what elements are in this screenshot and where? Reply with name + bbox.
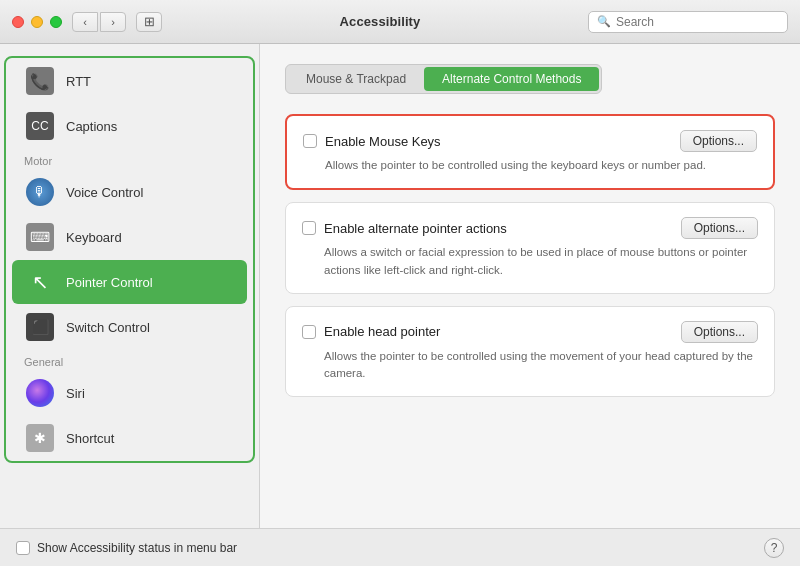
switch-control-icon: ⬛: [24, 311, 56, 343]
head-pointer-checkbox[interactable]: [302, 325, 316, 339]
sidebar-item-shortcut[interactable]: ✱ Shortcut: [12, 416, 247, 460]
titlebar: ‹ › ⊞ Accessibility 🔍: [0, 0, 800, 44]
pointer-control-icon: ↖: [24, 266, 56, 298]
search-input[interactable]: [616, 15, 779, 29]
sidebar-item-label: Siri: [66, 386, 85, 401]
minimize-button[interactable]: [31, 16, 43, 28]
mouse-keys-title: Enable Mouse Keys: [325, 134, 441, 149]
bottom-bar: Show Accessibility status in menu bar ?: [0, 528, 800, 566]
tab-alternate-control[interactable]: Alternate Control Methods: [424, 67, 599, 91]
accessibility-status-label: Show Accessibility status in menu bar: [37, 541, 237, 555]
keyboard-icon: ⌨: [24, 221, 56, 253]
shortcut-icon: ✱: [24, 422, 56, 454]
sidebar-border: 📞 RTT CC Captions Motor 🎙 Voice Control: [4, 56, 255, 463]
head-pointer-desc: Allows the pointer to be controlled usin…: [324, 348, 758, 383]
tab-mouse-trackpad[interactable]: Mouse & Trackpad: [288, 67, 424, 91]
section-label-general: General: [6, 350, 253, 370]
option-row-top: Enable Mouse Keys Options...: [303, 130, 757, 152]
search-icon: 🔍: [597, 15, 611, 28]
sidebar-item-label: Captions: [66, 119, 117, 134]
grid-button[interactable]: ⊞: [136, 12, 162, 32]
option-row: Enable head pointer Options...: [302, 321, 758, 343]
alternate-pointer-options-button[interactable]: Options...: [681, 217, 758, 239]
close-button[interactable]: [12, 16, 24, 28]
sidebar-item-captions[interactable]: CC Captions: [12, 104, 247, 148]
option-row: Enable alternate pointer actions Options…: [302, 217, 758, 239]
sidebar-item-siri[interactable]: Siri: [12, 371, 247, 415]
maximize-button[interactable]: [50, 16, 62, 28]
search-box[interactable]: 🔍: [588, 11, 788, 33]
sidebar-item-rtt[interactable]: 📞 RTT: [12, 59, 247, 103]
sidebar-item-label: Switch Control: [66, 320, 150, 335]
alternate-pointer-desc: Allows a switch or facial expression to …: [324, 244, 758, 279]
sidebar-item-pointer-control[interactable]: ↖ Pointer Control: [12, 260, 247, 304]
sidebar-item-label: RTT: [66, 74, 91, 89]
siri-icon: [24, 377, 56, 409]
tab-bar: Mouse & Trackpad Alternate Control Metho…: [285, 64, 602, 94]
window-title: Accessibility: [172, 14, 588, 29]
sidebar-item-switch-control[interactable]: ⬛ Switch Control: [12, 305, 247, 349]
back-button[interactable]: ‹: [72, 12, 98, 32]
mouse-keys-options-button[interactable]: Options...: [680, 130, 757, 152]
option-checkbox-label: Enable alternate pointer actions: [302, 221, 681, 236]
sidebar: 📞 RTT CC Captions Motor 🎙 Voice Control: [0, 44, 260, 528]
section-label-motor: Motor: [6, 149, 253, 169]
sidebar-item-label: Keyboard: [66, 230, 122, 245]
nav-buttons: ‹ ›: [72, 12, 126, 32]
mouse-keys-desc: Allows the pointer to be controlled usin…: [325, 157, 757, 174]
right-panel: Mouse & Trackpad Alternate Control Metho…: [260, 44, 800, 528]
help-button[interactable]: ?: [764, 538, 784, 558]
option-row: Enable Mouse Keys Options...: [303, 130, 757, 152]
option-row-top: Enable alternate pointer actions Options…: [302, 217, 758, 239]
sidebar-item-keyboard[interactable]: ⌨ Keyboard: [12, 215, 247, 259]
voice-control-icon: 🎙: [24, 176, 56, 208]
sidebar-item-label: Voice Control: [66, 185, 143, 200]
alternate-pointer-checkbox[interactable]: [302, 221, 316, 235]
sidebar-item-label: Shortcut: [66, 431, 114, 446]
head-pointer-options-button[interactable]: Options...: [681, 321, 758, 343]
option-head-pointer: Enable head pointer Options... Allows th…: [285, 306, 775, 398]
main-content: 📞 RTT CC Captions Motor 🎙 Voice Control: [0, 44, 800, 528]
option-checkbox-label: Enable head pointer: [302, 324, 681, 339]
accessibility-status-checkbox[interactable]: [16, 541, 30, 555]
alternate-pointer-title: Enable alternate pointer actions: [324, 221, 507, 236]
captions-icon: CC: [24, 110, 56, 142]
option-alternate-pointer: Enable alternate pointer actions Options…: [285, 202, 775, 294]
forward-button[interactable]: ›: [100, 12, 126, 32]
option-checkbox-label: Enable Mouse Keys: [303, 134, 680, 149]
mouse-keys-checkbox[interactable]: [303, 134, 317, 148]
rtt-icon: 📞: [24, 65, 56, 97]
sidebar-item-voice-control[interactable]: 🎙 Voice Control: [12, 170, 247, 214]
bottom-checkbox-label: Show Accessibility status in menu bar: [16, 541, 237, 555]
traffic-lights: [12, 16, 62, 28]
option-row-top: Enable head pointer Options...: [302, 321, 758, 343]
option-mouse-keys: Enable Mouse Keys Options... Allows the …: [285, 114, 775, 190]
sidebar-item-label: Pointer Control: [66, 275, 153, 290]
head-pointer-title: Enable head pointer: [324, 324, 440, 339]
